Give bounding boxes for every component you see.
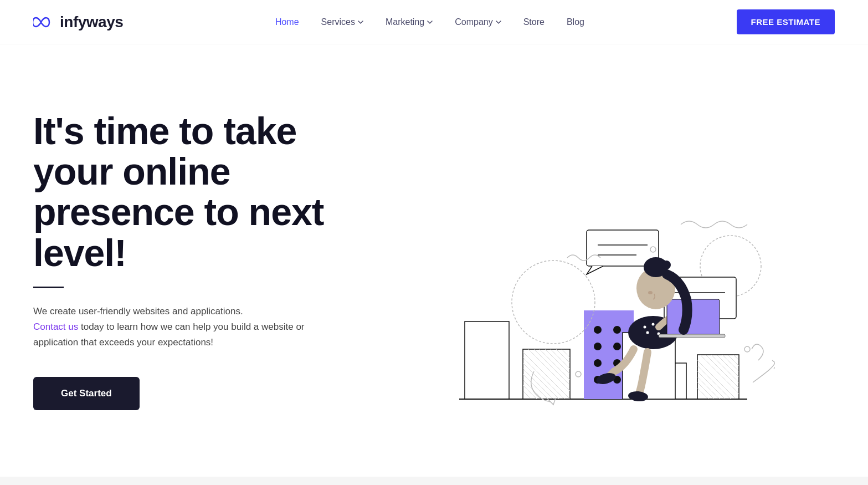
svg-line-4 [528,349,570,391]
svg-line-32 [717,355,739,377]
svg-line-34 [728,355,739,366]
svg-point-52 [744,346,750,352]
svg-line-7 [545,349,570,374]
nav-company[interactable]: Company [455,17,501,27]
svg-point-22 [613,343,621,350]
svg-point-69 [648,291,653,294]
hero-divider [33,287,64,288]
hero-illustration [355,94,835,427]
svg-line-30 [706,355,739,388]
nav-blog[interactable]: Blog [567,17,584,27]
nav-home[interactable]: Home [275,17,299,27]
chevron-down-icon [358,19,363,25]
svg-point-59 [646,331,649,334]
svg-line-41 [697,388,708,399]
hero-section: It's time to take your online presence t… [0,44,868,477]
nav-services[interactable]: Services [321,17,363,27]
svg-rect-2 [523,349,570,399]
logo-infinity-icon [33,16,55,29]
svg-point-57 [651,323,654,326]
svg-line-39 [697,377,720,399]
svg-line-13 [523,369,553,399]
svg-rect-64 [667,299,720,335]
nav-store[interactable]: Store [523,17,545,27]
footer-strip [0,477,868,485]
logo[interactable]: infyways [33,13,123,31]
free-estimate-button[interactable]: FREE ESTIMATE [737,9,835,34]
svg-point-56 [643,326,646,329]
svg-line-9 [556,349,570,363]
svg-point-19 [594,326,602,334]
logo-text: infyways [60,13,123,31]
svg-point-68 [662,261,671,269]
svg-point-42 [512,261,595,344]
hero-headline: It's time to take your online presence t… [33,111,355,274]
svg-point-23 [594,359,602,367]
get-started-button[interactable]: Get Started [33,377,140,410]
svg-line-6 [540,349,570,380]
contact-us-link[interactable]: Contact us [33,321,78,332]
svg-line-35 [733,355,739,360]
nav-marketing[interactable]: Marketing [386,17,433,27]
chevron-down-icon [427,19,433,25]
svg-point-53 [576,371,581,377]
svg-line-37 [697,366,731,399]
hero-description: We create user-friendly websites and app… [33,304,321,350]
site-header: infyways Home Services Marketing Company… [0,0,868,44]
illustration-svg [415,116,775,427]
svg-line-8 [551,349,570,369]
main-nav: Home Services Marketing Company Store Bl… [275,17,584,27]
svg-point-21 [594,343,602,350]
svg-line-11 [523,358,564,399]
hero-text-block: It's time to take your online presence t… [33,111,355,411]
svg-rect-1 [465,321,509,399]
svg-line-14 [523,374,548,399]
svg-rect-65 [659,334,725,338]
svg-point-20 [613,326,621,334]
chevron-down-icon [496,19,501,25]
